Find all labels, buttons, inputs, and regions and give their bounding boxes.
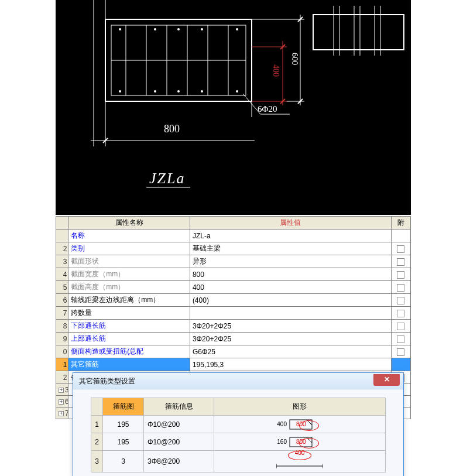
dialog-titlebar[interactable]: 其它箍筋类型设置 ✕ [73, 373, 403, 389]
svg-point-15 [236, 28, 238, 30]
property-attach[interactable] [391, 281, 410, 294]
property-row[interactable]: 7跨数量 [56, 307, 411, 320]
property-header-row: 属性名称 属性值 附 [56, 217, 411, 230]
property-name: 截面高度（mm） [68, 281, 190, 294]
property-row[interactable]: 5截面高度（mm）400 [56, 281, 411, 294]
svg-point-18 [177, 90, 180, 93]
property-row[interactable]: 4截面宽度（mm）800 [56, 268, 411, 281]
property-attach[interactable] [391, 307, 410, 320]
stirrup-shape-cell: 400800 [214, 416, 386, 420]
property-name: 截面宽度（mm） [68, 268, 190, 281]
property-attach[interactable] [391, 320, 410, 333]
beam-label: JZLa [149, 170, 185, 187]
property-attach[interactable] [391, 333, 410, 345]
svg-point-16 [119, 90, 121, 93]
property-attach[interactable] [391, 268, 410, 281]
property-row[interactable]: 1其它箍筋195,195,3 [56, 358, 411, 371]
property-attach[interactable] [391, 242, 410, 255]
property-value[interactable]: G6Φ25 [190, 345, 391, 358]
svg-rect-37 [313, 15, 404, 50]
property-attach[interactable] [391, 294, 410, 307]
property-row[interactable]: 0侧面构造或受扭筋(总配G6Φ25 [56, 345, 411, 358]
property-row[interactable]: 8下部通长筋3Φ20+2Φ25 [56, 320, 411, 333]
header-name: 属性名称 [68, 217, 190, 230]
dim-800: 800 [164, 123, 180, 135]
svg-point-19 [201, 90, 203, 93]
property-value[interactable] [190, 307, 391, 320]
svg-point-17 [154, 90, 156, 93]
property-row[interactable]: 9上部通长筋3Φ20+2Φ25 [56, 333, 411, 345]
property-name: 轴线距梁左边线距离（mm） [68, 294, 190, 307]
header-stirrup-img[interactable]: 箍筋图 [103, 398, 144, 416]
stirrup-img-val[interactable]: 195 [103, 416, 144, 420]
property-value[interactable]: 3Φ20+2Φ25 [190, 320, 391, 333]
property-row[interactable]: 名称JZL-a [56, 230, 411, 242]
property-name: 名称 [68, 230, 190, 242]
cad-drawing [56, 0, 411, 215]
property-name: 其它箍筋 [68, 358, 190, 371]
property-value[interactable]: 400 [190, 281, 391, 294]
svg-point-20 [236, 90, 238, 93]
property-attach[interactable] [391, 358, 410, 371]
property-attach[interactable] [391, 345, 410, 358]
property-name: 截面形状 [68, 255, 190, 268]
property-value[interactable]: 基础主梁 [190, 242, 391, 255]
rebar-6d20: 6Φ20 [258, 104, 277, 114]
property-name: 侧面构造或受扭筋(总配 [68, 345, 190, 358]
property-value[interactable]: 3Φ20+2Φ25 [190, 333, 391, 345]
dialog-title-text: 其它箍筋类型设置 [79, 377, 135, 385]
property-name: 上部通长筋 [68, 333, 190, 345]
header-stirrup-info[interactable]: 箍筋信息 [144, 398, 214, 416]
header-stirrup-shape[interactable]: 图形 [214, 398, 386, 416]
property-value[interactable]: 异形 [190, 255, 391, 268]
dim-600: 600 [290, 53, 299, 65]
svg-point-11 [119, 28, 121, 30]
property-value[interactable]: JZL-a [190, 230, 391, 242]
stirrup-type-dialog[interactable]: 其它箍筋类型设置 ✕ 箍筋图 箍筋信息 图形 1195Φ10@200400800… [73, 372, 404, 419]
stirrup-table[interactable]: 箍筋图 箍筋信息 图形 1195Φ10@2004008002195Φ10@200… [91, 398, 386, 419]
property-name: 跨数量 [68, 307, 190, 320]
property-row[interactable]: 6轴线距梁左边线距离（mm）(400) [56, 294, 411, 307]
svg-point-13 [177, 28, 180, 30]
dialog-close-button[interactable]: ✕ [373, 374, 400, 386]
property-row[interactable]: 3截面形状异形 [56, 255, 411, 268]
header-attach: 附 [391, 217, 410, 230]
property-attach[interactable] [391, 230, 410, 242]
svg-point-12 [154, 28, 156, 30]
property-attach[interactable] [391, 255, 410, 268]
property-value[interactable]: 195,195,3 [190, 358, 391, 371]
dim-400: 400 [271, 64, 280, 77]
property-value[interactable]: 800 [190, 268, 391, 281]
property-value[interactable]: (400) [190, 294, 391, 307]
property-name: 下部通长筋 [68, 320, 190, 333]
header-value: 属性值 [190, 217, 391, 230]
property-row[interactable]: 2类别基础主梁 [56, 242, 411, 255]
property-name: 类别 [68, 242, 190, 255]
stirrup-info-val[interactable]: Φ10@200 [144, 416, 214, 420]
svg-point-14 [201, 28, 203, 30]
stirrup-row[interactable]: 1195Φ10@200400800 [91, 416, 386, 420]
cad-viewport[interactable]: 800 400 600 6Φ20 JZLa [56, 0, 411, 215]
